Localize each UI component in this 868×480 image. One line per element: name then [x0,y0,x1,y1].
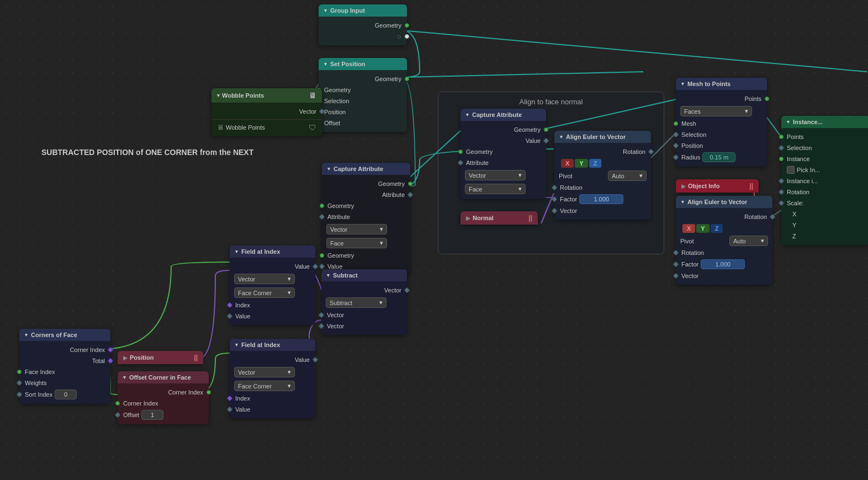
aeb-factor-field[interactable]: 1.000 [701,259,745,269]
fai2-header: ▾ Field at Index [230,339,315,351]
chevron-icon: ▾ [217,93,220,98]
cam-geom-in-socket [458,150,463,154]
inst-z-row: Z [781,231,868,242]
mtp-radius-field[interactable]: 0.15 m [702,152,735,162]
cat-type2-dropdown[interactable]: Face ▾ [326,238,387,248]
cat-type2-row: Face ▾ [322,236,410,250]
chevron-icon: ▾ [681,199,684,205]
mtp-pos-row: Position [676,140,767,151]
cat-geom2-in: Geometry [322,250,410,261]
mesh-to-points-node[interactable]: ▾ Mesh to Points Points Faces ▾ Mesh Sel… [676,78,767,167]
cof-sort-input[interactable]: 0 [55,390,77,399]
chevron-icon: ▾ [324,61,327,67]
cam-body: Geometry Value Geometry Attribute [461,121,546,199]
capture-attribute-mid-node[interactable]: ▾ Capture Attribute Geometry Value Geome… [461,109,546,199]
fai2-index-label: Index [235,395,250,402]
fai2-type1-dropdown[interactable]: Vector ▾ [234,367,295,377]
mtp-mesh-row: Mesh [676,118,767,129]
aet-factor-row: Factor 1.000 [554,193,651,205]
cat-type1-label: Vector [330,226,347,233]
wobble-points-node[interactable]: ▾ Wobble Points 🖥 Vector 🖥 Wobble Points… [211,88,322,136]
cat-type1-dropdown[interactable]: Vector ▾ [326,224,387,234]
dropdown-arrow: ▾ [518,172,522,179]
aeb-factor-label: Factor [681,261,698,268]
sub-op-dropdown[interactable]: Subtract ▾ [326,297,387,308]
cat-geom-out-socket [408,182,412,186]
oc-offset-row: Offset 1 [118,409,209,421]
instance-node[interactable]: ▾ Instance... Points Selection Instance … [781,116,868,245]
aet-pivot-label: Pivot [559,173,572,179]
fai1-type1-dropdown[interactable]: Vector ▾ [234,274,295,284]
fai1-index-row: Index [230,300,315,311]
x-button[interactable]: X [682,224,695,233]
z-button[interactable]: Z [589,159,602,168]
aeb-rot-label: Rotation [744,214,767,220]
monitor-icon: 🖥 [309,91,316,100]
subtract-node[interactable]: ▾ Subtract Vector Subtract ▾ Vector Vect… [321,269,407,335]
field-at-index-1-node[interactable]: ▾ Field at Index Value Vector ▾ Face Cor… [230,246,315,325]
cat-value-socket [319,263,325,269]
cat-geom-in: Geometry [322,200,410,211]
aeb-rot-in-socket [673,249,679,255]
cat-attr-in-socket [319,214,325,220]
x-button[interactable]: X [561,159,574,168]
oc-corner-in-socket [115,401,120,406]
fai1-index-socket [226,302,232,308]
chevron-icon: ▾ [466,112,469,118]
oc-header: ▾ Offset Corner in Face [118,371,209,383]
position-node[interactable]: ▶ Position || [118,351,203,364]
inst-sel-label: Selection [787,145,812,151]
fai2-index-socket [226,395,232,401]
cof-total-socket [107,358,113,364]
y-button[interactable]: Y [696,224,709,233]
pos-title: Position [130,354,154,361]
fai1-type1-row: Vector ▾ [230,272,315,286]
mtp-header: ▾ Mesh to Points [676,78,767,90]
y-button[interactable]: Y [575,159,588,168]
aeb-factor-socket [673,261,679,267]
aet-factor-field[interactable]: 1.000 [579,194,623,204]
set-position-node[interactable]: ▾ Set Position Geometry Geometry Selecti… [319,58,407,132]
normal-node[interactable]: ▶ Normal || [461,211,538,225]
aet-pivot-dropdown[interactable]: Auto ▾ [608,170,647,181]
mtp-radius-socket [673,154,679,160]
inst-pickin-checkbox[interactable] [787,166,795,174]
cam-type1-dropdown[interactable]: Vector ▾ [465,170,526,180]
fai2-type2-dropdown[interactable]: Face Corner ▾ [234,381,295,391]
fai1-val-socket [312,263,318,269]
field-at-index-2-node[interactable]: ▾ Field at Index Value Vector ▾ Face Cor… [230,339,315,418]
fai2-type2-row: Face Corner ▾ [230,379,315,393]
xyz-buttons: X Y Z [682,224,723,233]
fai1-type2-dropdown[interactable]: Face Corner ▾ [234,287,295,298]
mtp-pos-label: Position [681,142,703,149]
cam-geom-in: Geometry [461,146,546,157]
offset-corner-node[interactable]: ▾ Offset Corner in Face Corner Index Cor… [118,371,209,424]
sub-vec-socket [404,287,410,293]
aet-rot-socket [648,148,654,154]
mtp-type-dropdown[interactable]: Faces ▾ [680,106,752,116]
mtp-radius-row: Radius 0.15 m [676,151,767,163]
subtract-body: Vector Subtract ▾ Vector Vector [321,281,407,335]
cam-type2-dropdown[interactable]: Face ▾ [465,184,526,194]
inst-instancii-label: Instance i... [787,178,818,184]
cat-val-out-label: Attribute [382,191,405,198]
cam-attr-in-socket [457,159,463,166]
cof-weights-socket [16,380,22,386]
aeb-pivot-dropdown[interactable]: Auto ▾ [729,236,768,246]
z-button[interactable]: Z [711,224,723,233]
pos-header: ▶ Position || [118,351,203,364]
align-euler-bot-node[interactable]: ▾ Align Euler to Vector Rotation X Y Z P… [676,196,772,285]
dropdown-arrow: ▾ [761,237,764,244]
cof-corner-socket [107,346,113,353]
pause-icon: || [749,182,753,190]
align-euler-top-node[interactable]: ▾ Align Euler to Vector Rotation X Y Z P… [554,131,651,220]
sp-geom-out-row: Geometry [319,73,407,84]
oc-offset-input[interactable]: 1 [141,410,163,420]
object-info-node[interactable]: ▶ Object Info || [676,179,759,193]
fai1-body: Value Vector ▾ Face Corner ▾ Index [230,258,315,325]
capture-attribute-top-node[interactable]: ▾ Capture Attribute Geometry Attribute G… [322,163,410,275]
mtp-title: Mesh to Points [687,81,731,87]
group-input-node[interactable]: ▾ Group Input Geometry ○ [319,4,407,45]
inst-body: Points Selection Instance Pick In... Ins… [781,128,868,245]
corners-of-face-node[interactable]: ▾ Corners of Face Corner Index Total Fac… [19,329,110,404]
